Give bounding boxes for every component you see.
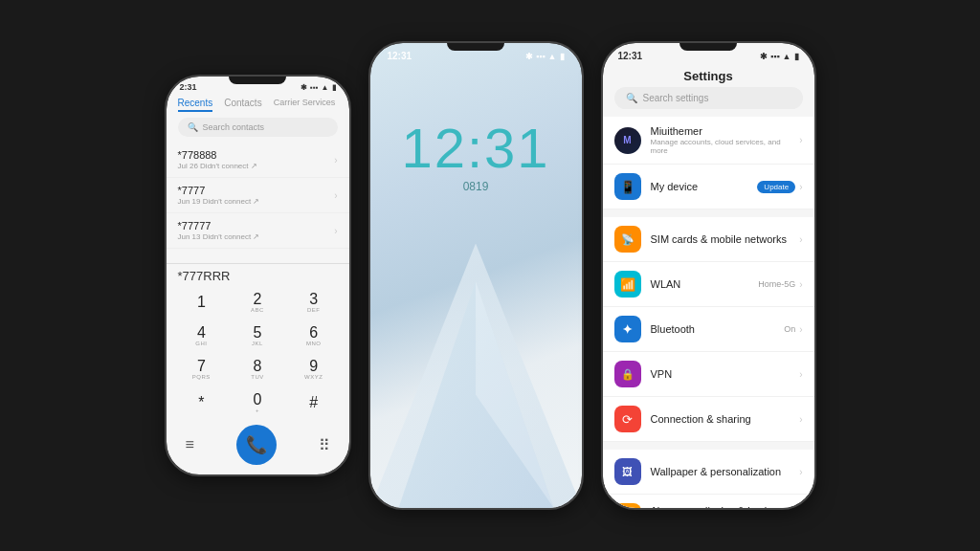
tab-carrier-services[interactable]: Carrier Services [274, 98, 336, 112]
key-hash[interactable]: # [286, 386, 342, 419]
key-num-8: 8 [254, 359, 262, 374]
key-star[interactable]: * [174, 386, 230, 419]
settings-search-placeholder: Search settings [643, 93, 709, 103]
lock-bluetooth-icon: ✱ [525, 52, 533, 61]
update-badge[interactable]: Update [757, 181, 795, 193]
key-alpha-2: ABC [251, 307, 264, 313]
wallpaper-title: Wallpaper & personalization [651, 466, 791, 477]
key-6[interactable]: 6MNO [286, 320, 342, 352]
wlan-text: WLAN [651, 278, 749, 290]
dialer-bottom-bar: ≡ 📞 ⠿ [167, 419, 349, 474]
settings-screen: 12:31 ✱ ▪▪▪ ▲ ▮ Settings 🔍 Search settin… [603, 43, 814, 508]
section-gap-2 [603, 442, 814, 450]
settings-item-connection-sharing[interactable]: ⟳ Connection & sharing › [603, 397, 814, 442]
key-num-4: 4 [197, 325, 206, 341]
key-3[interactable]: 3DEF [286, 286, 342, 319]
section-gap-1 [603, 209, 814, 217]
settings-item-wlan[interactable]: 📶 WLAN Home-5G › [603, 262, 814, 307]
settings-bluetooth-icon: ✱ [760, 52, 768, 61]
lock-time-display: 12:31 [401, 121, 549, 176]
key-0[interactable]: 0+ [230, 386, 285, 419]
key-alpha-3: DEF [307, 307, 321, 313]
always-on-text: Always-on display & Lock screen [651, 505, 791, 508]
lock-date-display: 0819 [401, 180, 549, 193]
settings-item-always-on[interactable]: 🔆 Always-on display & Lock screen › [603, 495, 814, 508]
lock-status-icons: ✱ ▪▪▪ ▲ ▮ [525, 52, 565, 61]
settings-item-miuithemer[interactable]: M Miuithemer Manage accounts, cloud serv… [603, 117, 814, 165]
call-number-1: *778888 [178, 149, 335, 161]
miuithemer-text: Miuithemer Manage accounts, cloud servic… [651, 125, 791, 155]
my-device-right: Update › [757, 181, 802, 193]
wlan-icon: 📶 [614, 271, 641, 298]
dialer-search-bar[interactable]: 🔍 Search contacts [178, 118, 338, 137]
key-9[interactable]: 9WXYZ [286, 353, 342, 386]
miuithemer-avatar: M [614, 127, 641, 154]
call-arrow-icon-2: › [334, 190, 337, 201]
dialer-input-display[interactable]: *777RRR [167, 266, 349, 286]
lockscreen: 12:31 ✱ ▪▪▪ ▲ ▮ 12:31 0819 [370, 43, 582, 508]
settings-item-wallpaper[interactable]: 🖼 Wallpaper & personalization › [603, 450, 814, 495]
my-device-title: My device [651, 181, 748, 192]
bluetooth-status-icon: ✱ [301, 83, 307, 92]
vpn-icon: 🔒 [614, 361, 641, 387]
menu-icon[interactable]: ≡ [186, 436, 194, 453]
call-item-3[interactable]: *77777 Jun 13 Didn't connect ↗ › [167, 213, 349, 249]
call-arrow-icon-3: › [334, 226, 337, 236]
call-item-2[interactable]: *7777 Jun 19 Didn't connect ↗ › [167, 178, 349, 213]
settings-item-my-device[interactable]: 📱 My device Update › [603, 165, 814, 209]
key-alpha-6: MNO [306, 341, 322, 346]
vpn-arrow-icon: › [799, 369, 802, 380]
status-bar-lock: 12:31 ✱ ▪▪▪ ▲ ▮ [370, 43, 582, 63]
call-item-1[interactable]: *778888 Jul 26 Didn't connect ↗ › [167, 143, 349, 178]
settings-search-icon: 🔍 [626, 93, 637, 103]
key-8[interactable]: 8TUV [230, 353, 285, 386]
bluetooth-right: On › [784, 324, 802, 335]
key-alpha-4: GHI [195, 341, 207, 346]
settings-search-bar[interactable]: 🔍 Search settings [614, 87, 803, 109]
phone-dialer: 2:31 ✱ ▪▪▪ ▲ ▮ Recents Contacts Carrier … [165, 75, 351, 476]
settings-item-sim-cards[interactable]: 📡 SIM cards & mobile networks › [603, 217, 814, 262]
wifi-icon: ▲ [322, 83, 329, 92]
my-device-text: My device [651, 181, 748, 192]
call-list: *778888 Jul 26 Didn't connect ↗ › *7777 … [167, 143, 349, 261]
lock-time-area: 12:31 0819 [401, 121, 549, 193]
key-num-9: 9 [309, 359, 318, 374]
key-num-hash: # [309, 395, 318, 410]
key-alpha-9: WXYZ [304, 374, 323, 380]
wlan-status-text: Home-5G [758, 279, 795, 289]
tab-recents[interactable]: Recents [178, 98, 213, 112]
sim-icon: 📡 [614, 226, 641, 253]
bluetooth-status-text: On [784, 324, 795, 334]
key-num-6: 6 [309, 325, 318, 341]
key-4[interactable]: 4GHI [174, 320, 230, 352]
vpn-title: VPN [651, 368, 791, 380]
miuithemer-title: Miuithemer [651, 125, 791, 137]
dialer-separator [167, 263, 349, 264]
sim-text: SIM cards & mobile networks [651, 233, 791, 245]
settings-item-vpn[interactable]: 🔒 VPN › [603, 352, 814, 397]
key-5[interactable]: 5JKL [230, 320, 285, 352]
keypad: 1 2ABC 3DEF 4GHI 5JKL 6MNO 7PQRS 8TUV 9W… [167, 286, 349, 419]
status-bar-settings: 12:31 ✱ ▪▪▪ ▲ ▮ [603, 43, 814, 63]
always-on-title: Always-on display & Lock screen [651, 505, 791, 508]
key-num-2: 2 [254, 292, 262, 307]
miuithemer-sub: Manage accounts, cloud services, and mor… [651, 138, 791, 155]
lock-mountain-illustration [370, 206, 582, 508]
settings-title: Settings [603, 63, 814, 87]
key-1[interactable]: 1 [174, 286, 230, 319]
key-2[interactable]: 2ABC [230, 286, 285, 319]
keypad-icon[interactable]: ⠿ [319, 436, 330, 454]
key-alpha-5: JKL [252, 341, 263, 346]
key-7[interactable]: 7PQRS [174, 353, 230, 386]
wlan-right: Home-5G › [758, 279, 802, 290]
phone-lockscreen: 12:31 ✱ ▪▪▪ ▲ ▮ 12:31 0819 [368, 41, 584, 510]
key-alpha-0: + [256, 408, 259, 413]
settings-item-bluetooth[interactable]: ✦ Bluetooth On › [603, 307, 814, 352]
tab-contacts[interactable]: Contacts [224, 98, 261, 112]
call-button[interactable]: 📞 [236, 425, 277, 465]
key-num-3: 3 [309, 292, 318, 307]
dialer-search-placeholder: Search contacts [203, 122, 265, 132]
lock-wifi-icon: ▲ [548, 52, 557, 61]
bluetooth-icon: ✦ [614, 316, 641, 342]
connection-title: Connection & sharing [651, 413, 791, 425]
